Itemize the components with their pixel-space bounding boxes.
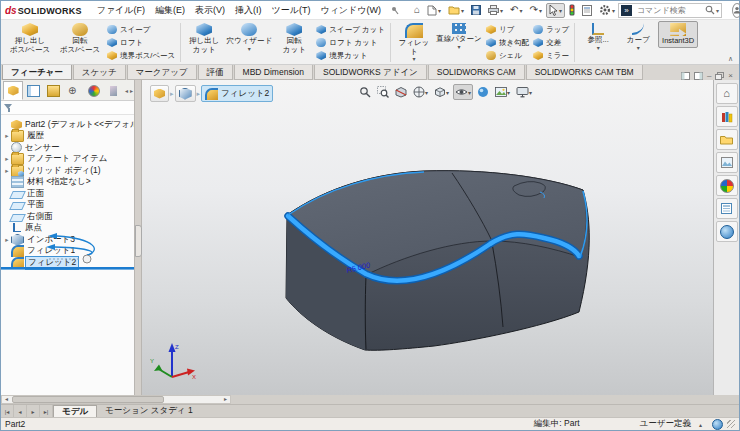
splitter-grip[interactable] bbox=[135, 225, 142, 257]
taskpane-file-explorer-button[interactable] bbox=[716, 129, 738, 150]
tab-propertymanager[interactable] bbox=[23, 81, 43, 100]
scrollbar-thumb[interactable] bbox=[12, 396, 164, 403]
tab-mbd-dimension[interactable]: MBD Dimension bbox=[234, 65, 313, 80]
boundary-boss-base-button[interactable]: 境界ボス/ベース bbox=[105, 49, 177, 62]
pane-left-icon[interactable] bbox=[681, 72, 690, 80]
extruded-cut-button[interactable]: 押し出し カット bbox=[184, 21, 224, 56]
prev-tab-button[interactable]: ◂ bbox=[14, 405, 27, 417]
zoom-to-area-button[interactable] bbox=[375, 84, 391, 100]
linear-pattern-button[interactable]: 直線パターン▾ bbox=[434, 21, 484, 52]
doc-close-button[interactable]: × bbox=[728, 71, 733, 80]
menu-edit[interactable]: 編集(E) bbox=[150, 4, 190, 17]
tab-solidworks-addins[interactable]: SOLIDWORKS アドイン bbox=[314, 65, 427, 80]
hide-show-items-button[interactable]: ▾ bbox=[453, 84, 473, 100]
tab-configurationmanager[interactable] bbox=[43, 81, 63, 100]
revolved-boss-base-button[interactable]: 回転 ボス/ベース bbox=[55, 21, 105, 56]
rib-button[interactable]: リブ bbox=[484, 23, 531, 36]
hole-wizard-button[interactable]: 穴ウィザード▾ bbox=[224, 21, 274, 54]
menu-file[interactable]: ファイル(F) bbox=[92, 4, 150, 17]
tree-item-history[interactable]: ▸履歴 bbox=[1, 131, 134, 143]
tab-solidworks-cam[interactable]: SOLIDWORKS CAM bbox=[428, 65, 525, 80]
tree-item-origin[interactable]: 原点 bbox=[1, 223, 134, 235]
search-dropdown-icon[interactable]: ▾ bbox=[716, 7, 719, 14]
scroll-right-icon[interactable]: ▸ bbox=[221, 396, 230, 403]
view-orientation-button[interactable]: ▾ bbox=[411, 84, 430, 100]
options-button[interactable]: ▾ bbox=[596, 2, 618, 18]
mirror-button[interactable]: ミラー bbox=[531, 49, 571, 62]
search-magnifier-icon[interactable] bbox=[705, 5, 715, 15]
taskpane-forum-button[interactable] bbox=[716, 221, 738, 242]
display-style-button[interactable]: ▾ bbox=[432, 84, 451, 100]
graphics-viewport[interactable]: R5.000 ▸ ▸ フィレット2 ▾ ▾ ▾ ▾ ▾ bbox=[142, 80, 713, 395]
next-tab-button[interactable]: ▸ bbox=[27, 405, 40, 417]
breadcrumb-fillet2-chip[interactable]: フィレット2 bbox=[201, 85, 273, 102]
open-button[interactable]: ▾ bbox=[445, 3, 467, 17]
expand-icon[interactable]: ▸ bbox=[3, 167, 11, 175]
new-document-button[interactable]: ▾ bbox=[424, 3, 444, 18]
panel-tabs-scroll-right-icon[interactable]: ▸ bbox=[129, 87, 134, 94]
units-dropdown-icon[interactable]: ▴ bbox=[699, 421, 702, 428]
section-view-button[interactable] bbox=[393, 84, 409, 100]
panel-splitter[interactable] bbox=[135, 80, 142, 395]
curves-button[interactable]: カーブ▾ bbox=[618, 21, 658, 53]
tree-item-top-plane[interactable]: 平面 bbox=[1, 200, 134, 212]
tree-horizontal-scrollbar[interactable]: ◂ ▸ bbox=[1, 395, 231, 404]
tree-item-imported3[interactable]: ▸インポート3 bbox=[1, 234, 134, 246]
pane-right-icon[interactable] bbox=[694, 72, 703, 80]
breadcrumb-body-chip[interactable] bbox=[175, 85, 196, 102]
tree-item-solid-bodies[interactable]: ▸ソリッド ボディ(1) bbox=[1, 165, 134, 177]
tab-markup[interactable]: マークアップ bbox=[127, 65, 197, 80]
part-model[interactable]: R5.000 bbox=[142, 80, 713, 395]
expand-icon[interactable]: ▸ bbox=[3, 155, 11, 163]
redo-button[interactable]: ↷▾ bbox=[526, 3, 544, 17]
swept-cut-button[interactable]: スイープ カット bbox=[314, 23, 387, 36]
lofted-cut-button[interactable]: ロフト カット bbox=[314, 36, 387, 49]
rebuild-button[interactable] bbox=[566, 2, 578, 18]
tree-item-material[interactable]: 材料 <指定なし> bbox=[1, 177, 134, 189]
tab-motion-study[interactable]: モーション スタディ 1 bbox=[97, 405, 201, 417]
user-account-button[interactable] bbox=[732, 3, 740, 18]
tab-solidworks-cam-tbm[interactable]: SOLIDWORKS CAM TBM bbox=[526, 65, 643, 80]
apply-scene-button[interactable]: ▾ bbox=[493, 84, 512, 100]
tab-model[interactable]: モデル bbox=[53, 405, 97, 417]
save-button[interactable] bbox=[468, 3, 484, 17]
revolved-cut-button[interactable]: 回転 カット bbox=[274, 21, 314, 56]
fillet-button[interactable]: フィレット▾ bbox=[394, 21, 434, 64]
expand-icon[interactable]: ▸ bbox=[3, 236, 11, 244]
first-tab-button[interactable]: |◂ bbox=[1, 405, 14, 417]
sweep-button[interactable]: スイープ bbox=[105, 23, 177, 36]
taskpane-appearances-button[interactable] bbox=[716, 175, 738, 196]
instant3d-button[interactable]: Instant3D bbox=[658, 21, 698, 48]
tab-dimxpertmanager[interactable]: ⊕ bbox=[63, 81, 83, 100]
boundary-cut-button[interactable]: 境界カット bbox=[314, 49, 387, 62]
tab-features[interactable]: フィーチャー bbox=[2, 65, 72, 80]
taskpane-view-palette-button[interactable] bbox=[716, 152, 738, 173]
menu-view[interactable]: 表示(V) bbox=[190, 4, 230, 17]
tab-featuremanager[interactable] bbox=[3, 81, 23, 100]
ribbon-collapse-icon[interactable]: ∧ bbox=[728, 55, 733, 63]
taskpane-design-library-button[interactable] bbox=[716, 106, 738, 127]
print-button[interactable]: ▾ bbox=[485, 3, 506, 17]
doc-minimize-button[interactable]: – bbox=[707, 71, 711, 80]
reference-geometry-button[interactable]: 参照...▾ bbox=[578, 21, 618, 53]
menu-window[interactable]: ウィンドウ(W) bbox=[315, 4, 386, 17]
tree-item-annotations[interactable]: ▸アノテート アイテム bbox=[1, 154, 134, 166]
edit-appearance-button[interactable] bbox=[475, 84, 491, 100]
doc-restore-icon[interactable] bbox=[715, 72, 724, 80]
view-settings-button[interactable]: ▾ bbox=[514, 84, 534, 100]
search-input[interactable] bbox=[635, 5, 705, 16]
last-tab-button[interactable]: ▸| bbox=[40, 405, 53, 417]
resize-grip[interactable] bbox=[727, 420, 735, 428]
tree-item-sensors[interactable]: センサー bbox=[1, 142, 134, 154]
draft-button[interactable]: 抜き勾配 bbox=[484, 36, 531, 49]
tree-item-part[interactable]: Part2 (デフォルト<<デフォルト>_表示状態 bbox=[1, 119, 134, 131]
tree-item-fillet2-selected[interactable]: フィレット2 bbox=[1, 257, 134, 269]
scroll-left-icon[interactable]: ◂ bbox=[2, 396, 11, 403]
pin-menu-icon[interactable] bbox=[390, 6, 399, 15]
loft-button[interactable]: ロフト bbox=[105, 36, 177, 49]
expand-icon[interactable]: ▸ bbox=[3, 132, 11, 140]
taskpane-home-button[interactable]: ⌂ bbox=[716, 83, 738, 104]
wrap-button[interactable]: ラップ bbox=[531, 23, 571, 36]
status-units[interactable]: ユーザー定義 bbox=[640, 418, 691, 430]
status-globe-icon[interactable] bbox=[712, 419, 723, 430]
